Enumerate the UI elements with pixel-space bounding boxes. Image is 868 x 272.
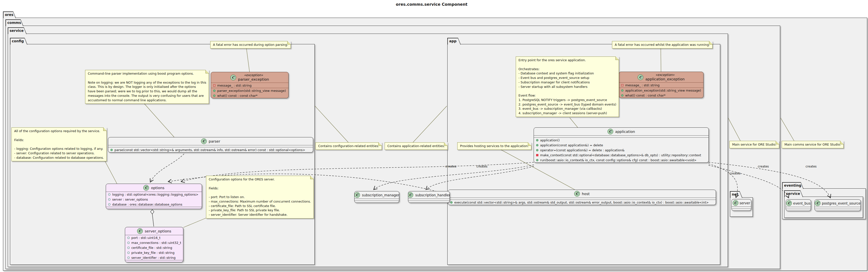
class-title: C «exception» application_exception [619, 72, 703, 82]
field-row: max_connections : std::uint32_t [125, 240, 183, 245]
class-name: application_exception [645, 77, 685, 81]
class-subscription-manager: C subscription_manager [354, 191, 399, 203]
class-application-exception: C «exception» application_exception mess… [619, 72, 704, 98]
class-circle-icon: C [143, 185, 149, 191]
note-fold-icon [287, 41, 291, 44]
edge-label-creates: creates [730, 172, 740, 175]
class-name: parser [209, 139, 220, 143]
class-server: C server [732, 199, 751, 211]
field-row: database : ores::database::database_opti… [106, 202, 202, 207]
class-name: server [740, 201, 750, 205]
class-circle-icon: C [638, 74, 643, 80]
package-label-ores: ores [3, 12, 16, 19]
class-name: subscription_manager [362, 193, 399, 197]
note-fold-icon [378, 142, 382, 146]
public-method-icon [621, 89, 623, 92]
note-fold-icon [776, 141, 779, 144]
note-entry-point: Entry point for the ores service applica… [516, 57, 619, 117]
method-row: application(const application&) = delete [534, 143, 709, 148]
field-row: server : server_options [106, 197, 202, 202]
edge-label-creates: creates [476, 165, 487, 168]
package-label-config: config [10, 38, 27, 45]
class-title: C subscription_manager [354, 191, 399, 199]
class-name: parser_exception [238, 78, 269, 81]
class-parser-exception: C «exception» parser_exception message_ … [211, 72, 288, 98]
field-row: port : std::uint16_t [125, 235, 183, 240]
class-event-bus: C event_bus [786, 199, 811, 211]
private-field-icon [621, 84, 623, 86]
public-method-icon [536, 159, 538, 161]
note-provides-hosting: Provides hosting services to the applica… [457, 142, 531, 150]
class-name: postgres_event_source [822, 201, 860, 205]
class-name: options [151, 186, 164, 190]
package-label-eventing: eventing [783, 183, 803, 189]
class-title: C parser [108, 138, 313, 145]
class-circle-icon: C [354, 192, 360, 198]
public-field-icon [127, 237, 130, 239]
empty-methods-compartment [408, 201, 450, 203]
class-title: C server [732, 199, 751, 207]
class-title: C host [448, 190, 716, 198]
class-title: C subscription_handler [408, 191, 450, 199]
note-ores-server-config: Configuration options for the ORES serve… [206, 176, 314, 218]
class-parser: C parser parse(const std::vector<std::st… [108, 137, 313, 153]
method-row: what() const : const char* [619, 93, 703, 98]
class-circle-icon: C [137, 228, 143, 234]
class-name: application [615, 130, 635, 133]
field-row: message_ : std::string [619, 83, 703, 88]
empty-fields-compartment [448, 198, 716, 200]
empty-methods-compartment [354, 201, 399, 203]
public-method-icon [213, 90, 215, 92]
package-tab-ores: ores [3, 11, 16, 18]
public-method-icon [536, 139, 538, 141]
package-label-app: app [448, 38, 461, 45]
public-field-icon [127, 242, 130, 244]
note-contains-app: Contains application-related entities. [384, 142, 447, 150]
class-server-options: C server_options port : std::uint16_t ma… [125, 227, 183, 262]
class-title: C application [534, 128, 709, 135]
public-field-icon [108, 193, 111, 195]
private-method-icon [536, 154, 538, 156]
method-row: application_exception(std::string_view m… [619, 88, 703, 93]
class-circle-icon: C [786, 200, 792, 206]
empty-methods-compartment [106, 207, 202, 209]
empty-methods-compartment [732, 209, 751, 211]
class-host: C host execute(const std::vector<std::st… [448, 190, 716, 205]
class-title: C options [106, 184, 202, 192]
empty-methods-compartment [786, 209, 811, 211]
empty-fields-compartment [786, 207, 811, 209]
class-name: host [582, 192, 590, 196]
public-field-icon [127, 247, 130, 249]
note-fold-icon [206, 70, 209, 73]
edge-label-creates: creates [758, 165, 769, 168]
note-all-config-options: All of the configuration options require… [11, 127, 107, 161]
package-tab-eventing: eventing [782, 182, 804, 189]
note-fold-icon [709, 41, 713, 44]
method-row: make_context(const std::optional<databas… [534, 153, 709, 157]
note-cmdline-parser: Command-line parser implementation using… [85, 70, 209, 104]
public-method-icon [213, 95, 215, 97]
note-fold-icon [528, 142, 531, 146]
method-row: parser_exception(std::string_view messag… [211, 88, 288, 93]
method-row: operator=(const application&) = delete :… [534, 148, 709, 153]
note-fatal-app: A fatal error has occurred whilst the ap… [612, 41, 713, 49]
package-tab-config: config [10, 38, 27, 44]
package-tab-eventing-service: service [784, 190, 803, 197]
class-name: subscription_handler [415, 193, 450, 197]
class-title: C postgres_event_source [815, 200, 861, 207]
public-field-icon [108, 203, 111, 206]
note-fold-icon [840, 141, 844, 144]
class-circle-icon: C [815, 200, 820, 206]
class-application: C application application() application(… [534, 127, 709, 163]
note-fold-icon [310, 176, 314, 179]
empty-fields-compartment [408, 199, 450, 201]
field-row: private_key_file : std::string [125, 250, 183, 255]
edge-label-creates: creates [445, 165, 456, 168]
empty-methods-compartment [125, 260, 183, 262]
note-fold-icon [103, 127, 107, 131]
class-circle-icon: C [574, 191, 580, 197]
method-row: run(boost::asio::io_context& io_ctx, con… [534, 157, 709, 162]
class-postgres-event-source: C postgres_event_source [814, 199, 861, 211]
empty-fields-compartment [815, 207, 861, 209]
package-tab-service: service [8, 27, 27, 34]
